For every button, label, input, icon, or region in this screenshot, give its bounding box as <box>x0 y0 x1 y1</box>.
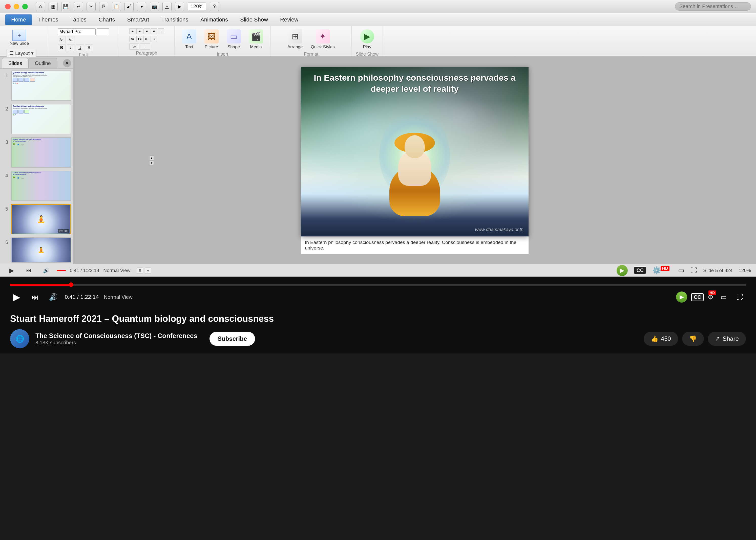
skip-button[interactable]: ⏭ <box>22 264 35 277</box>
cc-button[interactable]: CC <box>634 266 646 274</box>
skip-next-btn[interactable]: ⏭ <box>28 291 42 304</box>
insert-media-btn[interactable]: 🎬 Media <box>247 28 265 51</box>
minimize-window-btn[interactable] <box>14 4 19 9</box>
bullet-list-button[interactable]: •≡ <box>129 36 136 42</box>
menu-animations[interactable]: Animations <box>194 14 234 25</box>
slide-thumbnail-4[interactable]: 4 Eastern philosophy and consciousnessis… <box>2 171 71 201</box>
fullscreen-btn-main[interactable]: ⛶ <box>734 291 746 303</box>
zoom-level[interactable]: 120% <box>188 3 206 10</box>
save-icon[interactable]: 💾 <box>61 2 70 11</box>
video-progress-bar[interactable] <box>10 284 746 286</box>
cc-btn-main[interactable]: CC <box>691 293 704 301</box>
font-size-up-icon[interactable]: A↑ <box>58 36 66 43</box>
underline-button[interactable]: U <box>76 44 84 51</box>
present-icon[interactable]: ▶ <box>175 2 184 11</box>
paste-icon[interactable]: 📋 <box>112 2 121 11</box>
line-spacing-button[interactable]: ↕≡ <box>129 44 139 50</box>
slide-preview-1[interactable]: Quantum biology and consciousness Neuros… <box>11 70 71 101</box>
indent-decrease-button[interactable]: ⇤ <box>143 36 150 42</box>
menu-smartart[interactable]: SmartArt <box>121 14 155 25</box>
insert-shape-btn[interactable]: ▭ Shape <box>225 28 243 51</box>
play-circle-btn[interactable]: ▶ <box>676 292 687 303</box>
copy-icon[interactable]: ⎘ <box>99 2 108 11</box>
theater-mode-btn[interactable]: ▭ <box>678 266 684 274</box>
grid-view-btn[interactable]: ⊞ <box>137 267 143 274</box>
italic-button[interactable]: I <box>67 44 75 51</box>
close-window-btn[interactable] <box>5 4 11 9</box>
subscribe-button[interactable]: Subscribe <box>210 332 255 346</box>
undo-icon[interactable]: ↩ <box>74 2 83 11</box>
menu-home[interactable]: Home <box>5 14 32 25</box>
play-btn[interactable]: ▶ Play <box>358 28 376 51</box>
column-button[interactable]: ⫶ <box>158 28 164 34</box>
align-center-button[interactable]: ≡ <box>136 28 143 34</box>
dropdown-icon[interactable]: ▾ <box>137 2 146 11</box>
video-play-button[interactable]: ▶ <box>5 264 18 277</box>
strikethrough-button[interactable]: S <box>85 44 93 51</box>
prev-slide-btn[interactable]: ▲ <box>149 156 154 160</box>
help-icon[interactable]: ? <box>210 2 219 11</box>
slide-preview-6[interactable]: 🧘 <box>11 237 71 263</box>
numbered-list-button[interactable]: 1≡ <box>136 36 143 42</box>
next-slide-btn[interactable]: ▼ <box>149 161 154 165</box>
slide-thumbnail-3[interactable]: 3 Eastern philosophy and consciousnessis… <box>2 137 71 168</box>
volume-btn[interactable]: 🔊 <box>47 291 60 304</box>
main-play-btn[interactable]: ▶ <box>10 291 23 304</box>
normal-view-btn[interactable]: ≡ <box>145 267 151 274</box>
insert-icon[interactable]: 📷 <box>150 2 159 11</box>
format-painter-icon[interactable]: 🖌 <box>124 2 133 11</box>
slide-thumbnail-2[interactable]: 2 Quantum biology and consciousness Neur… <box>2 104 71 134</box>
font-size-down-icon[interactable]: A↓ <box>67 36 75 43</box>
slide-preview-5[interactable]: 🧘 [No Title] <box>11 204 71 234</box>
settings-area[interactable]: ⚙️ HD <box>652 266 672 275</box>
menu-charts[interactable]: Charts <box>93 14 121 25</box>
share-button[interactable]: ↗ Share <box>708 332 746 346</box>
channel-name[interactable]: The Science of Consciousness (TSC) - Con… <box>35 332 197 340</box>
font-name-input[interactable] <box>58 28 95 35</box>
insert-picture-btn[interactable]: 🖼 Picture <box>202 28 221 51</box>
bold-button[interactable]: B <box>58 44 66 51</box>
home-quick-icon[interactable]: ⌂ <box>36 2 45 11</box>
tab-outline[interactable]: Outline <box>28 58 57 68</box>
slide-preview-3[interactable]: Eastern philosophy and consciousnessis "… <box>11 137 71 168</box>
columns-button[interactable]: ⫶ <box>140 44 150 50</box>
font-size-input[interactable] <box>96 28 109 35</box>
settings-btn[interactable]: ⚙ HD <box>708 293 713 301</box>
indent-increase-button[interactable]: ⇥ <box>150 36 157 42</box>
maximize-window-btn[interactable] <box>22 4 28 9</box>
fullscreen-btn[interactable]: ⛶ <box>690 266 697 274</box>
dislike-button[interactable]: 👎 <box>682 332 704 346</box>
channel-avatar[interactable]: 🌐 <box>10 329 29 348</box>
layout-button[interactable]: ☰ Layout ▾ <box>7 49 36 58</box>
align-justify-button[interactable]: ≡ <box>150 28 157 34</box>
slide-canvas[interactable]: In Eastern philosophy consciousness perv… <box>301 67 528 236</box>
menu-themes[interactable]: Themes <box>32 14 64 25</box>
format-btn-row: B I U S <box>58 44 109 51</box>
align-right-button[interactable]: ≡ <box>143 28 150 34</box>
insert-text-btn[interactable]: A Text <box>180 28 198 51</box>
slide-preview-4[interactable]: Eastern philosophy and consciousnessis "… <box>11 171 71 201</box>
like-button[interactable]: 👍 450 <box>644 332 678 346</box>
channel-row: 🌐 The Science of Consciousness (TSC) - C… <box>10 329 746 348</box>
theater-btn[interactable]: ▭ <box>717 291 730 303</box>
menu-transitions[interactable]: Transitions <box>155 14 194 25</box>
slide-preview-2[interactable]: Quantum biology and consciousness Neuros… <box>11 104 71 134</box>
slide-thumbnail-6[interactable]: 6 🧘 <box>2 237 71 263</box>
quick-styles-btn[interactable]: ✦ Quick Styles <box>309 28 337 51</box>
align-left-button[interactable]: ≡ <box>129 28 136 34</box>
slide-thumbnail-5[interactable]: 5 🧘 [No Title] <box>2 204 71 234</box>
slideshow-play-btn[interactable]: ▶ <box>617 265 628 276</box>
menu-review[interactable]: Review <box>274 14 304 25</box>
slide-thumbnail-1[interactable]: 1 Quantum biology and consciousness Neur… <box>2 70 71 101</box>
volume-icon[interactable]: 🔊 <box>40 264 53 277</box>
close-panel-btn[interactable]: ✕ <box>63 59 71 67</box>
grid-icon[interactable]: ▦ <box>49 2 58 11</box>
shapes-icon[interactable]: △ <box>162 2 172 11</box>
arrange-btn[interactable]: ⊞ Arrange <box>285 28 304 51</box>
cut-icon[interactable]: ✂ <box>87 2 95 11</box>
new-slide-button[interactable]: + New Slide <box>7 28 32 48</box>
search-input[interactable]: Search in Presentations… <box>675 2 751 11</box>
menu-slideshow[interactable]: Slide Show <box>234 14 274 25</box>
menu-tables[interactable]: Tables <box>64 14 93 25</box>
tab-slides[interactable]: Slides <box>2 58 28 68</box>
